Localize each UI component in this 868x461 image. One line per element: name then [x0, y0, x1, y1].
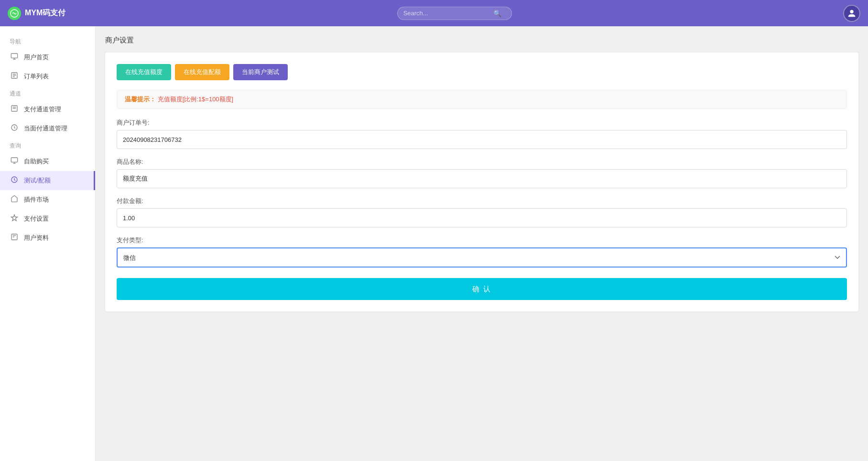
sidebar-label-payment-channel: 支付通道管理: [24, 105, 61, 114]
warning-text: 充值额度[比例:1$=100额度]: [158, 96, 234, 103]
test-config-icon: [10, 176, 19, 185]
sidebar-label-self-buy: 自助购买: [24, 157, 49, 166]
sidebar-label-user-home: 用户首页: [24, 53, 49, 62]
payment-channel-icon: [10, 105, 19, 114]
tab-current-merchant-test[interactable]: 当前商户测试: [233, 64, 288, 80]
payment-settings-icon: [10, 214, 19, 224]
monitor-icon: [10, 53, 19, 62]
payment-type-select[interactable]: 微信 支付宝 其他: [117, 247, 847, 268]
logo: MYM码支付: [8, 7, 65, 20]
form-group-payment-type: 支付类型: 微信 支付宝 其他: [117, 236, 847, 268]
avatar[interactable]: [843, 5, 860, 22]
main-card: 在线充值额度 在线充值配额 当前商户测试 温馨提示： 充值额度[比例:1$=10…: [105, 53, 858, 311]
svg-rect-2: [11, 54, 17, 58]
sidebar-item-order-list[interactable]: 订单列表: [0, 67, 95, 86]
sidebar-item-self-buy[interactable]: 自助购买: [0, 152, 95, 171]
tab-online-recharge-quota[interactable]: 在线充值额度: [117, 64, 171, 80]
user-profile-icon: [10, 233, 19, 243]
form-group-amount: 付款金额:: [117, 197, 847, 227]
nav-section-label: 导航: [0, 34, 95, 48]
confirm-button[interactable]: 确 认: [117, 278, 847, 300]
sidebar-item-payment-settings[interactable]: 支付设置: [0, 209, 95, 228]
search-input[interactable]: [403, 10, 489, 17]
svg-rect-11: [11, 158, 17, 162]
sidebar: 导航 用户首页 订单列表 通道 支付通道管理 当面付通道管理: [0, 26, 96, 461]
sidebar-item-user-profile[interactable]: 用户资料: [0, 228, 95, 247]
sidebar-label-user-profile: 用户资料: [24, 234, 49, 242]
warning-bar: 温馨提示： 充值额度[比例:1$=100额度]: [117, 90, 847, 109]
logo-text: MYM码支付: [25, 8, 65, 18]
amount-label: 付款金额:: [117, 197, 847, 205]
order-no-input[interactable]: [117, 130, 847, 149]
sidebar-label-payment-settings: 支付设置: [24, 214, 49, 223]
sidebar-item-plugin-market[interactable]: 插件市场: [0, 190, 95, 209]
page-title: 商户设置: [105, 36, 858, 45]
svg-point-1: [850, 10, 853, 13]
sidebar-label-plugin-market: 插件市场: [24, 195, 49, 204]
sidebar-item-face-channel[interactable]: 当面付通道管理: [0, 119, 95, 138]
content-area: 商户设置 在线充值额度 在线充值配额 当前商户测试 温馨提示： 充值额度[比例:…: [96, 26, 868, 461]
logo-icon: [8, 7, 21, 20]
header: MYM码支付 🔍: [0, 0, 868, 26]
sidebar-label-face-channel: 当面付通道管理: [24, 124, 67, 133]
sidebar-label-test-config: 测试/配额: [24, 176, 51, 185]
channel-section-label: 通道: [0, 86, 95, 100]
amount-input[interactable]: [117, 208, 847, 227]
query-section-label: 查询: [0, 138, 95, 152]
sidebar-item-user-home[interactable]: 用户首页: [0, 48, 95, 67]
tab-online-recharge-config[interactable]: 在线充值配额: [175, 64, 229, 80]
list-icon: [10, 72, 19, 81]
plugin-market-icon: [10, 195, 19, 204]
search-bar[interactable]: 🔍: [397, 7, 512, 20]
self-buy-icon: [10, 157, 19, 166]
order-no-label: 商户订单号:: [117, 118, 847, 127]
sidebar-label-order-list: 订单列表: [24, 72, 49, 81]
payment-type-label: 支付类型:: [117, 236, 847, 245]
form-group-product-name: 商品名称:: [117, 158, 847, 188]
warning-label: 温馨提示：: [125, 96, 156, 103]
face-channel-icon: [10, 124, 19, 133]
main-layout: 导航 用户首页 订单列表 通道 支付通道管理 当面付通道管理: [0, 26, 868, 461]
search-icon[interactable]: 🔍: [493, 10, 501, 17]
sidebar-item-test-config[interactable]: 测试/配额: [0, 171, 95, 190]
tab-bar: 在线充值额度 在线充值配额 当前商户测试: [117, 64, 847, 80]
product-name-label: 商品名称:: [117, 158, 847, 166]
product-name-input[interactable]: [117, 169, 847, 188]
sidebar-item-payment-channel[interactable]: 支付通道管理: [0, 100, 95, 119]
form-group-order-no: 商户订单号:: [117, 118, 847, 149]
